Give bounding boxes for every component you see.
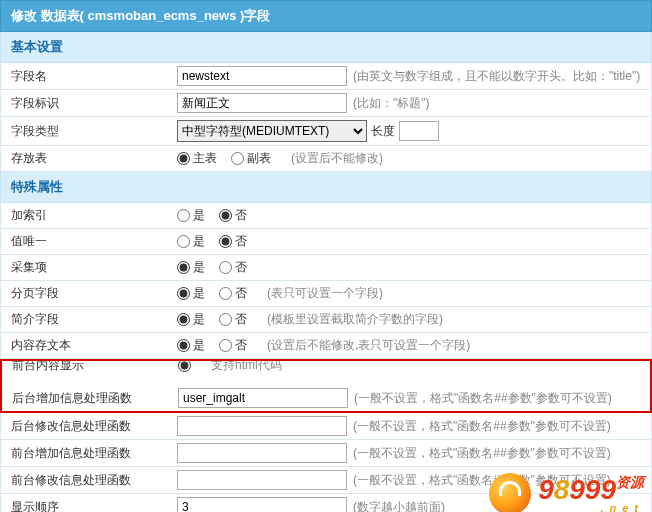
row-paging: 分页字段 是 否 (表只可设置一个字段) <box>0 281 652 307</box>
row-front-add-fn: 前台增加信息处理函数 (一般不设置，格式"函数名##参数"参数可不设置) <box>0 440 652 467</box>
row-field-type: 字段类型 中型字符型(MEDIUMTEXT) 长度 <box>0 117 652 146</box>
radio-collect-no[interactable]: 否 <box>219 259 247 276</box>
label-store-table: 存放表 <box>1 150 177 167</box>
label-add-index: 加索引 <box>1 207 177 224</box>
radio-unique-no[interactable]: 否 <box>219 233 247 250</box>
hint-field-mark: (比如："标题") <box>353 95 430 112</box>
row-back-add-fn: 后台增加信息处理函数 (一般不设置，格式"函数名##参数"参数可不设置) <box>0 385 652 413</box>
row-cutoff-top: 前台内容显示 支持html代码 <box>0 359 652 385</box>
hint-front-add-fn: (一般不设置，格式"函数名##参数"参数可不设置) <box>353 445 611 462</box>
row-front-mod-fn: 前台修改信息处理函数 (一般不设置，格式"函数名##参数"参数可不设置) <box>0 467 652 494</box>
hint-display-order: (数字越小越前面) <box>353 499 445 513</box>
hint-field-name: (由英文与数字组成，且不能以数字开头。比如："title") <box>353 68 640 85</box>
radio-brief-no[interactable]: 否 <box>219 311 247 328</box>
section-basic: 基本设置 <box>0 32 652 63</box>
length-input[interactable] <box>399 121 439 141</box>
hint-store-table: (设置后不能修改) <box>291 150 383 167</box>
label-length: 长度 <box>371 123 395 140</box>
row-display-order: 显示顺序 (数字越小越前面) <box>0 494 652 512</box>
radio-index-no[interactable]: 否 <box>219 207 247 224</box>
row-field-mark: 字段标识 (比如："标题") <box>0 90 652 117</box>
hint-back-add-fn: (一般不设置，格式"函数名##参数"参数可不设置) <box>354 390 612 407</box>
row-field-name: 字段名 (由英文与数字组成，且不能以数字开头。比如："title") <box>0 63 652 90</box>
label-front-mod-fn: 前台修改信息处理函数 <box>1 472 177 489</box>
hint-brief: (模板里设置截取简介字数的字段) <box>267 311 443 328</box>
label-paging: 分页字段 <box>1 285 177 302</box>
label-back-mod-fn: 后台修改信息处理函数 <box>1 418 177 435</box>
row-brief: 简介字段 是 否 (模板里设置截取简介字数的字段) <box>0 307 652 333</box>
label-content: 内容存文本 <box>1 337 177 354</box>
field-name-input[interactable] <box>177 66 347 86</box>
radio-paging-no[interactable]: 否 <box>219 285 247 302</box>
label-back-add-fn: 后台增加信息处理函数 <box>2 390 178 407</box>
field-mark-input[interactable] <box>177 93 347 113</box>
radio-main-table[interactable]: 主表 <box>177 150 217 167</box>
radio-sub-table[interactable]: 副表 <box>231 150 271 167</box>
row-back-mod-fn: 后台修改信息处理函数 (一般不设置，格式"函数名##参数"参数可不设置) <box>0 413 652 440</box>
radio-content-no[interactable]: 否 <box>219 337 247 354</box>
label-field-name: 字段名 <box>1 68 177 85</box>
page-title: 修改 数据表( cmsmoban_ecms_news )字段 <box>0 0 652 32</box>
hint-content: (设置后不能修改,表只可设置一个字段) <box>267 337 470 354</box>
radio-unique-yes[interactable]: 是 <box>177 233 205 250</box>
label-field-mark: 字段标识 <box>1 95 177 112</box>
front-mod-fn-input[interactable] <box>177 470 347 490</box>
label-field-type: 字段类型 <box>1 123 177 140</box>
label-front-add-fn: 前台增加信息处理函数 <box>1 445 177 462</box>
label-display-order: 显示顺序 <box>1 499 177 513</box>
section-special: 特殊属性 <box>0 172 652 203</box>
field-type-select[interactable]: 中型字符型(MEDIUMTEXT) <box>177 120 367 142</box>
label-cutoff: 前台内容显示 <box>2 359 178 374</box>
back-mod-fn-input[interactable] <box>177 416 347 436</box>
hint-paging: (表只可设置一个字段) <box>267 285 383 302</box>
label-unique: 值唯一 <box>1 233 177 250</box>
label-collect: 采集项 <box>1 259 177 276</box>
row-add-index: 加索引 是 否 <box>0 203 652 229</box>
row-collect: 采集项 是 否 <box>0 255 652 281</box>
radio-index-yes[interactable]: 是 <box>177 207 205 224</box>
row-content: 内容存文本 是 否 (设置后不能修改,表只可设置一个字段) <box>0 333 652 359</box>
label-brief: 简介字段 <box>1 311 177 328</box>
back-add-fn-input[interactable] <box>178 388 348 408</box>
front-add-fn-input[interactable] <box>177 443 347 463</box>
radio-brief-yes[interactable]: 是 <box>177 311 205 328</box>
display-order-input[interactable] <box>177 497 347 512</box>
hint-back-mod-fn: (一般不设置，格式"函数名##参数"参数可不设置) <box>353 418 611 435</box>
hint-front-mod-fn: (一般不设置，格式"函数名##参数"参数可不设置) <box>353 472 611 489</box>
radio-content-yes[interactable]: 是 <box>177 337 205 354</box>
row-store-table: 存放表 主表 副表 (设置后不能修改) <box>0 146 652 172</box>
radio-collect-yes[interactable]: 是 <box>177 259 205 276</box>
radio-paging-yes[interactable]: 是 <box>177 285 205 302</box>
row-unique: 值唯一 是 否 <box>0 229 652 255</box>
